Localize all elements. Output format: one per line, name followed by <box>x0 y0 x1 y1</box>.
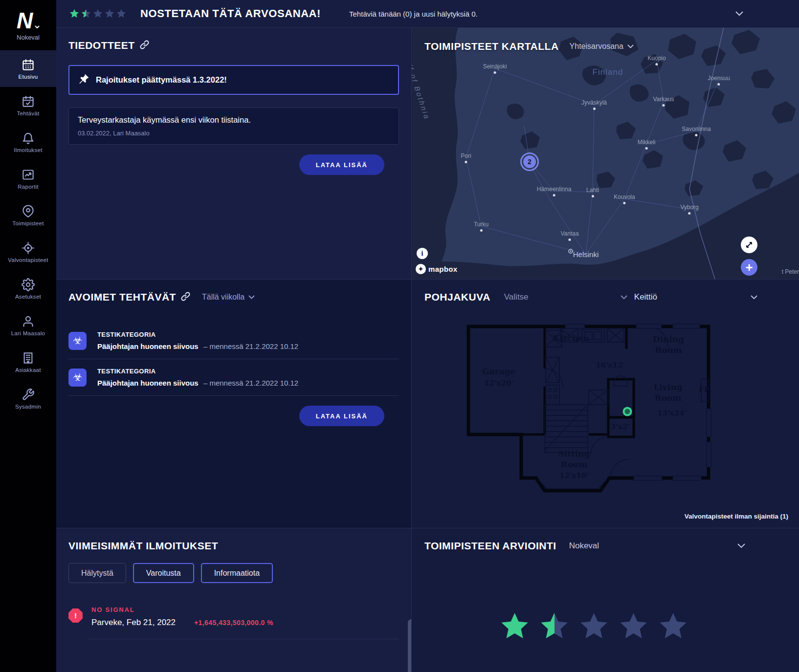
org-name: Nokeval <box>17 34 40 41</box>
map-panel[interactable]: TOIMIPISTEET KARTALLA Yhteisarvosana Sei… <box>411 28 799 279</box>
calendar-check-icon <box>22 95 35 108</box>
evaluation-site-dropdown[interactable]: Nokeval <box>569 541 599 551</box>
org-switcher[interactable]: N Nokeval <box>0 0 56 50</box>
star-icon <box>499 610 531 643</box>
task-item[interactable]: ☣TESTIKATEGORIAPääjohtajan huoneen siivo… <box>68 323 399 359</box>
filter-button-varoitusta[interactable]: Varoitusta <box>133 563 194 583</box>
sidebar-item-label: Tehtävät <box>17 110 40 116</box>
map-city-label: Lahti <box>586 187 599 197</box>
floorplan-sensor-dot[interactable] <box>623 407 632 416</box>
notification-value: +1,645,433,503,000.0 % <box>194 619 273 627</box>
biohazard-icon: ☣ <box>68 332 87 350</box>
task-title: Pääjohtajan huoneen siivous <box>97 379 199 387</box>
floorplan-room-label: 16'x12' <box>596 361 625 369</box>
user-icon <box>22 315 35 328</box>
load-more-announcements-button[interactable]: LATAA LISÄÄ <box>299 154 384 175</box>
mapbox-icon: ✦ <box>416 264 426 274</box>
floorplan-room-label: Garage <box>482 367 515 376</box>
notification-meta: Parveke, Feb 21, 2022 <box>91 618 176 628</box>
star-icon <box>538 610 571 643</box>
floorplan-select-dropdown[interactable]: Valitse <box>504 292 627 302</box>
chevron-down-icon <box>35 25 40 29</box>
map-zoom-in-button[interactable]: + <box>741 259 757 276</box>
task-due: – mennessä 21.2.2022 10.12 <box>201 379 299 387</box>
filter-button-hälytystä[interactable]: Hälytystä <box>68 563 126 583</box>
evaluation-rating-stars[interactable] <box>499 610 689 643</box>
announcement-item[interactable]: Terveystarkastaja käymässä ensi viikon t… <box>68 108 399 145</box>
star-icon <box>104 8 115 19</box>
chevron-down-icon <box>621 295 627 300</box>
link-icon[interactable] <box>181 292 190 303</box>
floorplan-room-label: Room <box>655 393 682 403</box>
floorplan-room-label: 3'x2' <box>610 422 629 431</box>
floorplan-room-dropdown[interactable]: Keittiö <box>634 292 757 302</box>
chevron-down-icon[interactable] <box>737 543 745 548</box>
sidebar-nav: EtusivuTehtävätIlmoituksetRaportitToimip… <box>0 50 56 417</box>
header-collapse-chevron-icon[interactable] <box>735 11 743 16</box>
pinned-text: Rajoitukset päättymässä 1.3.2022! <box>96 75 227 85</box>
sidebar-item-ilmoitukset[interactable]: Ilmoitukset <box>0 124 56 160</box>
map-attribution-info-button[interactable]: i <box>417 248 428 259</box>
star-icon <box>657 610 689 643</box>
map-city-label: Savonlinna <box>682 126 710 136</box>
sidebar-item-sysadmin[interactable]: Sysadmin <box>0 380 56 417</box>
sidebar-item-lari-maasalo[interactable]: Lari Maasalo <box>0 307 56 344</box>
map-city-label: Pori <box>461 152 471 163</box>
map-rating-dropdown[interactable]: Yhteisarvosana <box>570 42 634 51</box>
notifications-panel: VIIMEISIMMÄT ILMOITUKSET HälytystäVaroit… <box>56 528 411 672</box>
star-icon <box>81 8 91 19</box>
task-category: TESTIKATEGORIA <box>97 368 298 375</box>
bell-icon <box>22 131 35 145</box>
sidebar-item-label: Asetukset <box>15 294 41 300</box>
alert-octagon-icon: ! <box>68 608 83 623</box>
floorplan-room-label: Room <box>561 459 588 469</box>
notification-filters: HälytystäVaroitustaInformaatiota <box>68 563 399 583</box>
sidebar-item-valvontapisteet[interactable]: Valvontapisteet <box>0 234 56 270</box>
sidebar-item-label: Etusivu <box>19 74 38 80</box>
map-cluster-marker[interactable]: 2 <box>520 152 539 171</box>
header-subtitle: Tehtäviä tänään (0) ja uusi hälytyksiä 0… <box>349 10 478 18</box>
notification-type: NO SIGNAL <box>91 606 273 613</box>
notifications-title: VIIMEISIMMÄT ILMOITUKSET <box>68 540 218 552</box>
tasks-week-filter-dropdown[interactable]: Tällä viikolla <box>202 293 255 302</box>
floorplan-room-label: Living <box>654 382 683 392</box>
floorplan-room-label: FP <box>699 385 710 394</box>
map-city-label: Turku <box>474 221 488 232</box>
floorplan-panel: POHJAKUVA Valitse Keittiö <box>411 279 799 528</box>
map-city-label: Vantaa <box>560 230 578 241</box>
calendar-icon <box>22 58 35 71</box>
star-icon <box>92 8 103 19</box>
chevron-down-icon <box>751 295 757 300</box>
site-evaluation-panel: TOIMIPISTEEN ARVIOINTI Nokeval <box>411 528 799 672</box>
pinned-announcement[interactable]: Rajoitukset päättymässä 1.3.2022! <box>68 65 399 95</box>
sidebar-item-label: Toimipisteet <box>12 220 44 226</box>
pin-icon <box>78 73 89 87</box>
floorplan-room-label: Sitting <box>558 449 590 458</box>
sidebar-item-raportit[interactable]: Raportit <box>0 160 56 197</box>
floorplan-footer-note: Valvontapisteet ilman sijaintia (1) <box>685 513 788 520</box>
task-item[interactable]: ☣TESTIKATEGORIAPääjohtajan huoneen siivo… <box>68 359 399 396</box>
notification-item[interactable]: !NO SIGNALParveke, Feb 21, 2022+1,645,43… <box>68 606 399 639</box>
sidebar-item-etusivu[interactable]: Etusivu <box>0 50 56 87</box>
map-city-label: Jyväskylä <box>581 99 607 110</box>
task-list: ☣TESTIKATEGORIAPääjohtajan huoneen siivo… <box>68 323 399 396</box>
sidebar-item-teht-v-t[interactable]: Tehtävät <box>0 87 56 124</box>
sidebar-item-asiakkaat[interactable]: Asiakkaat <box>0 344 56 380</box>
map-city-label: Varkaus <box>653 96 674 107</box>
sidebar-item-asetukset[interactable]: Asetukset <box>0 270 56 307</box>
load-more-tasks-button[interactable]: LATAA LISÄÄ <box>299 406 384 426</box>
filter-button-informaatiota[interactable]: Informaatiota <box>201 563 273 583</box>
sidebar-item-label: Sysadmin <box>15 404 41 410</box>
gear-icon <box>22 278 35 291</box>
floorplan-room-label: Dining <box>653 334 684 344</box>
task-due: – mennessä 21.2.2022 10.12 <box>201 342 299 350</box>
map-fullscreen-button[interactable] <box>741 237 757 253</box>
link-icon[interactable] <box>140 40 149 51</box>
announcement-text: Terveystarkastaja käymässä ensi viikon t… <box>78 115 390 125</box>
notifications-scrollbar[interactable] <box>408 619 411 672</box>
sidebar-item-toimipisteet[interactable]: Toimipisteet <box>0 197 56 234</box>
star-icon <box>578 610 610 643</box>
map-corner-label: t Peters <box>782 268 799 275</box>
map-city-label: Helsinki <box>573 250 599 259</box>
task-title: Pääjohtajan huoneen siivous <box>97 342 199 350</box>
